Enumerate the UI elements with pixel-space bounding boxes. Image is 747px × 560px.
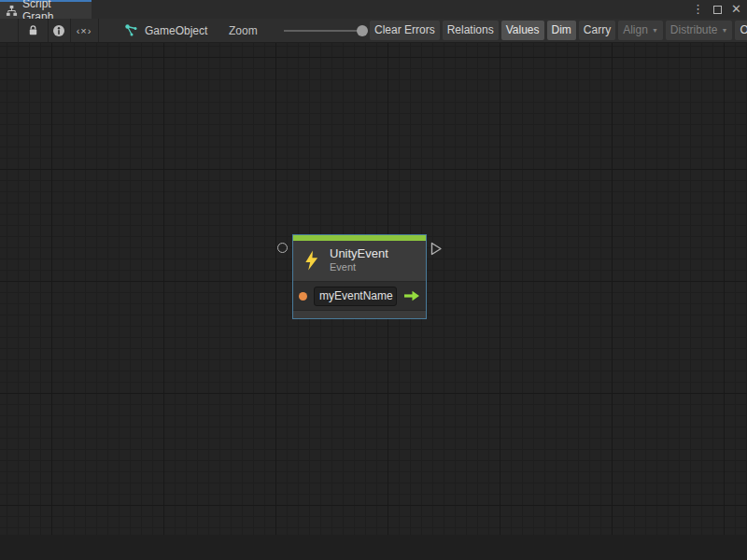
lock-icon xyxy=(27,24,39,36)
distribute-dropdown[interactable]: Distribute ▼ xyxy=(666,21,733,40)
trigger-output-port[interactable] xyxy=(430,242,443,256)
lightning-bolt-icon xyxy=(303,249,320,272)
graph-canvas[interactable]: UnityEvent Event myEventName xyxy=(0,43,747,560)
toolbar: ‹×› GameObject Zoom 1x Clear Errors Rela… xyxy=(0,19,747,43)
clear-errors-button[interactable]: Clear Errors xyxy=(370,21,440,40)
zoom-slider[interactable] xyxy=(284,30,362,32)
unity-event-node[interactable]: UnityEvent Event myEventName xyxy=(292,234,427,319)
toolbar-separator xyxy=(98,19,99,42)
overview-button[interactable]: Overview xyxy=(735,21,747,40)
zoom-control: Zoom 1x xyxy=(229,19,383,42)
window-menu-icon[interactable]: ⋮ xyxy=(692,0,704,19)
node-footer xyxy=(293,310,426,318)
relations-button[interactable]: Relations xyxy=(443,21,499,40)
carry-button[interactable]: Carry xyxy=(579,21,615,40)
zoom-slider-knob[interactable] xyxy=(357,25,368,36)
chevron-down-icon: ▼ xyxy=(652,21,658,40)
node-subtitle: Event xyxy=(330,261,388,273)
info-icon xyxy=(52,24,65,37)
zoom-label: Zoom xyxy=(229,24,258,37)
gameobject-graph-icon xyxy=(124,23,138,37)
canvas-edge xyxy=(0,535,747,560)
maximize-icon[interactable] xyxy=(713,6,722,14)
trigger-input-port[interactable] xyxy=(277,243,288,253)
close-icon[interactable]: ✕ xyxy=(731,0,741,19)
code-icon: ‹×› xyxy=(77,25,92,36)
values-button[interactable]: Values xyxy=(501,21,544,40)
inspect-button[interactable] xyxy=(48,19,70,42)
graph-hierarchy-icon xyxy=(6,5,18,17)
toolbar-buttons: Clear Errors Relations Values Dim Carry … xyxy=(370,21,747,41)
event-name-field[interactable]: myEventName xyxy=(314,287,397,306)
dim-button[interactable]: Dim xyxy=(547,21,576,40)
align-dropdown[interactable]: Align ▼ xyxy=(618,21,663,40)
chevron-down-icon: ▼ xyxy=(722,21,728,40)
titlebar: Script Graph ⋮ ✕ xyxy=(0,0,747,19)
event-name-input-port[interactable] xyxy=(299,292,307,301)
graph-target[interactable]: GameObject xyxy=(124,19,207,42)
flow-output-arrow-icon[interactable] xyxy=(403,290,420,301)
code-view-button[interactable]: ‹×› xyxy=(70,19,98,42)
graph-target-label: GameObject xyxy=(145,24,207,37)
tab-script-graph[interactable]: Script Graph xyxy=(0,0,92,19)
node-port-row: myEventName xyxy=(293,281,426,310)
node-title: UnityEvent xyxy=(330,246,388,261)
node-header[interactable]: UnityEvent Event xyxy=(293,241,426,281)
lock-button[interactable] xyxy=(18,19,48,42)
